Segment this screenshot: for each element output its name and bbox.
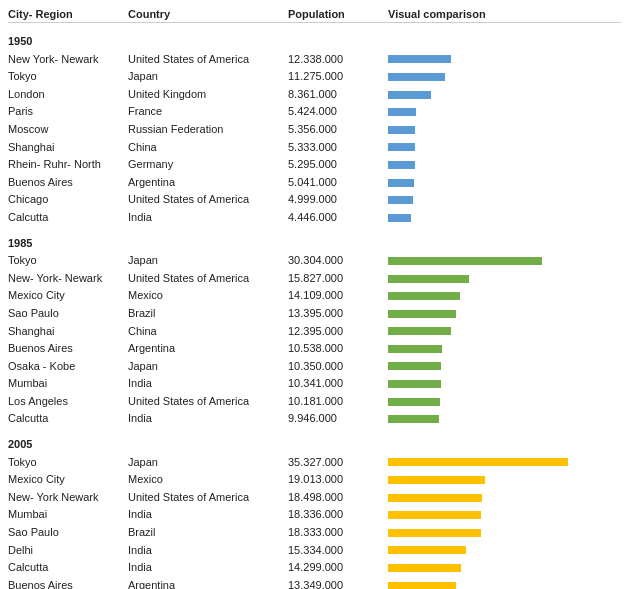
cell-bar xyxy=(388,326,621,336)
table-body: 1950New York- NewarkUnited States of Ame… xyxy=(8,25,621,589)
table-header: City- Region Country Population Visual c… xyxy=(8,8,621,23)
table-row: Buenos AiresArgentina5.041.000 xyxy=(8,174,621,192)
bar-visual xyxy=(388,73,445,81)
cell-city: New- York- Newark xyxy=(8,270,128,288)
bar-visual xyxy=(388,91,431,99)
cell-population: 8.361.000 xyxy=(288,86,388,104)
cell-country: Brazil xyxy=(128,305,288,323)
table-row: MumbaiIndia10.341.000 xyxy=(8,375,621,393)
cell-bar xyxy=(388,545,621,555)
bar-visual xyxy=(388,327,451,335)
cell-city: Sao Paulo xyxy=(8,524,128,542)
header-city: City- Region xyxy=(8,8,128,20)
cell-city: Mexico City xyxy=(8,287,128,305)
cell-population: 12.338.000 xyxy=(288,51,388,69)
cell-country: Mexico xyxy=(128,287,288,305)
cell-population: 5.424.000 xyxy=(288,103,388,121)
cell-city: Mexico City xyxy=(8,471,128,489)
cell-population: 19.013.000 xyxy=(288,471,388,489)
bar-visual xyxy=(388,458,568,466)
header-population: Population xyxy=(288,8,388,20)
bar-visual xyxy=(388,582,456,589)
cell-bar xyxy=(388,475,621,485)
cell-population: 10.181.000 xyxy=(288,393,388,411)
bar-visual xyxy=(388,275,469,283)
cell-population: 12.395.000 xyxy=(288,323,388,341)
cell-country: France xyxy=(128,103,288,121)
cell-city: Chicago xyxy=(8,191,128,209)
section-title-1985: 1985 xyxy=(8,227,621,253)
cell-country: India xyxy=(128,506,288,524)
table-row: ShanghaiChina12.395.000 xyxy=(8,323,621,341)
table-row: Buenos AiresArgentina10.538.000 xyxy=(8,340,621,358)
cell-bar xyxy=(388,510,621,520)
cell-city: Buenos Aires xyxy=(8,340,128,358)
cell-city: Los Angeles xyxy=(8,393,128,411)
cell-bar xyxy=(388,528,621,538)
cell-population: 10.350.000 xyxy=(288,358,388,376)
cell-bar xyxy=(388,379,621,389)
table-row: New- York NewarkUnited States of America… xyxy=(8,489,621,507)
cell-country: China xyxy=(128,323,288,341)
cell-country: Germany xyxy=(128,156,288,174)
cell-bar xyxy=(388,90,621,100)
bar-visual xyxy=(388,511,481,519)
bar-visual xyxy=(388,179,414,187)
cell-population: 15.334.000 xyxy=(288,542,388,560)
table-row: Rhein- Ruhr- NorthGermany5.295.000 xyxy=(8,156,621,174)
cell-bar xyxy=(388,256,621,266)
table-row: Osaka - KobeJapan10.350.000 xyxy=(8,358,621,376)
cell-population: 5.333.000 xyxy=(288,139,388,157)
bar-visual xyxy=(388,214,411,222)
cell-country: United States of America xyxy=(128,270,288,288)
cell-bar xyxy=(388,125,621,135)
cell-country: United States of America xyxy=(128,191,288,209)
cell-city: Tokyo xyxy=(8,252,128,270)
cell-bar xyxy=(388,107,621,117)
cell-city: Mumbai xyxy=(8,506,128,524)
cell-country: Japan xyxy=(128,68,288,86)
cell-population: 13.395.000 xyxy=(288,305,388,323)
cell-city: Delhi xyxy=(8,542,128,560)
cell-city: Mumbai xyxy=(8,375,128,393)
table-row: TokyoJapan11.275.000 xyxy=(8,68,621,86)
table-row: New- York- NewarkUnited States of Americ… xyxy=(8,270,621,288)
cell-population: 5.041.000 xyxy=(288,174,388,192)
cell-population: 18.333.000 xyxy=(288,524,388,542)
cell-city: Sao Paulo xyxy=(8,305,128,323)
table-row: Mexico CityMexico14.109.000 xyxy=(8,287,621,305)
cell-population: 30.304.000 xyxy=(288,252,388,270)
cell-city: Rhein- Ruhr- North xyxy=(8,156,128,174)
cell-bar xyxy=(388,291,621,301)
cell-population: 10.538.000 xyxy=(288,340,388,358)
cell-country: Russian Federation xyxy=(128,121,288,139)
cell-city: Shanghai xyxy=(8,323,128,341)
cell-population: 9.946.000 xyxy=(288,410,388,428)
cell-country: Argentina xyxy=(128,340,288,358)
table-row: CalcuttaIndia9.946.000 xyxy=(8,410,621,428)
cell-population: 15.827.000 xyxy=(288,270,388,288)
table-row: MoscowRussian Federation5.356.000 xyxy=(8,121,621,139)
cell-country: United States of America xyxy=(128,489,288,507)
bar-visual xyxy=(388,143,415,151)
table-row: Mexico CityMexico19.013.000 xyxy=(8,471,621,489)
bar-visual xyxy=(388,546,466,554)
table-row: ParisFrance5.424.000 xyxy=(8,103,621,121)
table-row: TokyoJapan30.304.000 xyxy=(8,252,621,270)
cell-population: 35.327.000 xyxy=(288,454,388,472)
cell-bar xyxy=(388,397,621,407)
cell-country: Japan xyxy=(128,358,288,376)
cell-bar xyxy=(388,54,621,64)
cell-population: 14.109.000 xyxy=(288,287,388,305)
table-row: CalcuttaIndia4.446.000 xyxy=(8,209,621,227)
table-row: ShanghaiChina5.333.000 xyxy=(8,139,621,157)
cell-bar xyxy=(388,142,621,152)
cell-population: 18.498.000 xyxy=(288,489,388,507)
cell-population: 18.336.000 xyxy=(288,506,388,524)
cell-country: Argentina xyxy=(128,577,288,589)
cell-city: Tokyo xyxy=(8,68,128,86)
bar-visual xyxy=(388,345,442,353)
table-row: DelhiIndia15.334.000 xyxy=(8,542,621,560)
cell-country: United States of America xyxy=(128,393,288,411)
table-row: Los AngelesUnited States of America10.18… xyxy=(8,393,621,411)
